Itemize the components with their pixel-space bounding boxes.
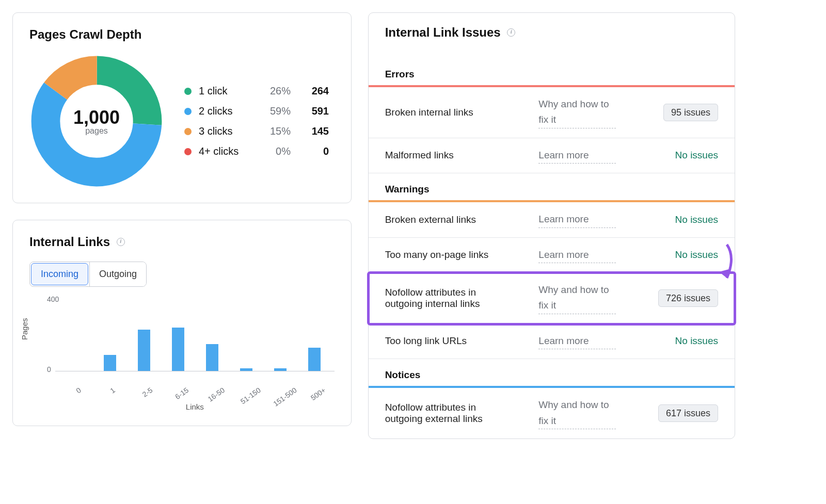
- crawl-depth-card: Pages Crawl Depth 1,000 pages 1 click26%…: [12, 12, 352, 203]
- legend-label: 2 clicks: [199, 105, 252, 117]
- issue-row-too-long-urls: Too long link URLs Learn more No issues: [369, 324, 735, 359]
- tab-incoming[interactable]: Incoming: [31, 263, 88, 285]
- links-tab-group: Incoming Outgoing: [29, 262, 147, 287]
- bar-column[interactable]: 151-500: [270, 368, 291, 371]
- tab-outgoing[interactable]: Outgoing: [89, 262, 146, 286]
- internal-links-bar-chart: Pages 400 0 012-56-1516-5051-150151-5005…: [29, 299, 335, 411]
- internal-links-title: Internal Links: [29, 235, 335, 249]
- bar-category-label: 1: [109, 386, 117, 395]
- issue-name: Nofollow attributes in outgoing external…: [385, 402, 509, 425]
- legend-count: 0: [298, 145, 329, 157]
- legend-dot-icon: [184, 88, 192, 95]
- issue-name: Too many on-page links: [385, 249, 509, 261]
- no-issues-label: No issues: [675, 150, 718, 160]
- legend-label: 1 click: [199, 85, 252, 97]
- crawl-depth-legend: 1 click26%2642 clicks59%5913 clicks15%14…: [184, 85, 329, 157]
- issue-row-nofollow-internal: Nofollow attributes in outgoing internal…: [369, 273, 735, 324]
- legend-row[interactable]: 2 clicks59%591: [184, 105, 329, 117]
- bar-category-label: 2-5: [141, 386, 154, 399]
- legend-percent: 15%: [260, 125, 291, 137]
- info-icon[interactable]: [507, 28, 515, 37]
- legend-count: 591: [298, 105, 329, 117]
- no-issues-label: No issues: [675, 214, 718, 225]
- issues-title-text: Internal Link Issues: [385, 25, 501, 39]
- legend-label: 3 clicks: [199, 125, 252, 137]
- issue-count-badge[interactable]: 95 issues: [663, 104, 718, 121]
- bar: [240, 368, 252, 371]
- issue-count-badge[interactable]: 617 issues: [658, 404, 718, 422]
- issue-help-link[interactable]: Why and how to fix it: [538, 397, 616, 429]
- bar-column[interactable]: 16-50: [202, 344, 223, 371]
- issue-help-link[interactable]: Learn more: [538, 333, 616, 349]
- legend-row[interactable]: 1 click26%264: [184, 85, 329, 97]
- internal-link-issues-card: Internal Link Issues Errors Broken inter…: [368, 12, 735, 439]
- issue-row-nofollow-external: Nofollow attributes in outgoing external…: [369, 388, 735, 438]
- bar-column[interactable]: 500+: [304, 348, 325, 371]
- legend-row[interactable]: 4+ clicks0%0: [184, 145, 329, 157]
- legend-percent: 59%: [260, 105, 291, 117]
- crawl-depth-title: Pages Crawl Depth: [29, 27, 335, 42]
- no-issues-label: No issues: [675, 335, 718, 346]
- legend-dot-icon: [184, 108, 192, 115]
- bar: [138, 330, 150, 371]
- legend-percent: 0%: [260, 145, 291, 157]
- section-errors: Errors: [369, 58, 735, 85]
- internal-links-title-text: Internal Links: [29, 235, 110, 249]
- bar: [104, 355, 116, 371]
- bar-category-label: 6-15: [173, 386, 190, 401]
- bar: [308, 348, 321, 371]
- internal-links-card: Internal Links Incoming Outgoing Pages 4…: [12, 220, 352, 426]
- legend-count: 145: [298, 125, 329, 137]
- issue-count-badge[interactable]: 726 issues: [658, 289, 718, 307]
- issue-row-malformed: Malformed links Learn more No issues: [369, 138, 735, 173]
- issues-title: Internal Link Issues: [369, 25, 735, 46]
- issue-name: Malformed links: [385, 150, 509, 161]
- legend-dot-icon: [184, 128, 192, 135]
- issue-name: Nofollow attributes in outgoing internal…: [385, 287, 509, 310]
- no-issues-label: No issues: [675, 249, 718, 260]
- issue-help-link[interactable]: Why and how to fix it: [538, 96, 616, 128]
- bar: [172, 328, 184, 371]
- bar-category-label: 16-50: [206, 386, 227, 403]
- bar-column[interactable]: 6-15: [168, 328, 188, 371]
- legend-label: 4+ clicks: [199, 145, 252, 157]
- y-axis-label: Pages: [20, 318, 29, 340]
- issue-row-too-many-links: Too many on-page links Learn more No iss…: [369, 238, 735, 273]
- section-notices: Notices: [369, 359, 735, 386]
- legend-dot-icon: [184, 148, 192, 155]
- legend-count: 264: [298, 85, 329, 97]
- donut-sub: pages: [85, 126, 108, 136]
- crawl-depth-donut: 1,000 pages: [29, 54, 164, 188]
- section-warnings: Warnings: [369, 173, 735, 200]
- donut-total: 1,000: [73, 107, 120, 128]
- bar: [206, 344, 218, 371]
- issue-name: Broken external links: [385, 214, 509, 225]
- bar-category-label: 500+: [309, 386, 327, 402]
- issue-help-link[interactable]: Why and how to fix it: [538, 282, 616, 314]
- x-axis-label: Links: [55, 402, 335, 411]
- issue-row-broken-internal: Broken internal links Why and how to fix…: [369, 87, 735, 138]
- issue-name: Broken internal links: [385, 107, 509, 118]
- issue-help-link[interactable]: Learn more: [538, 247, 616, 263]
- issue-help-link[interactable]: Learn more: [538, 148, 616, 164]
- issue-help-link[interactable]: Learn more: [538, 212, 616, 227]
- bar-column[interactable]: 2-5: [134, 330, 154, 371]
- legend-row[interactable]: 3 clicks15%145: [184, 125, 329, 137]
- legend-percent: 26%: [260, 85, 291, 97]
- issue-row-broken-external: Broken external links Learn more No issu…: [369, 202, 735, 237]
- bar-category-label: 0: [75, 386, 83, 395]
- info-icon[interactable]: [117, 238, 125, 246]
- bar: [274, 368, 287, 371]
- bar-column[interactable]: 1: [100, 355, 120, 371]
- bar-column[interactable]: 51-150: [236, 368, 257, 371]
- issue-name: Too long link URLs: [385, 335, 509, 347]
- y-tick-0: 0: [47, 365, 51, 373]
